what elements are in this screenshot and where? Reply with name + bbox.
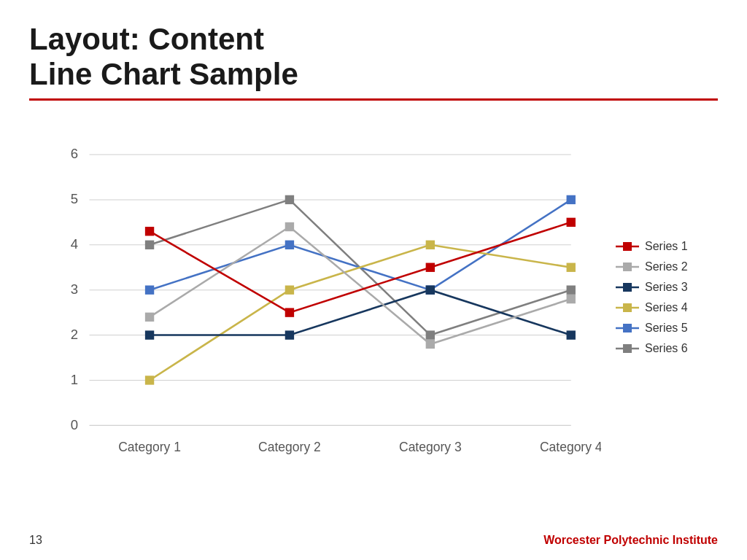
legend-label-series1: Series 1: [645, 240, 688, 253]
svg-text:5: 5: [71, 191, 78, 206]
svg-text:3: 3: [71, 281, 78, 296]
svg-rect-49: [623, 303, 632, 312]
slide-title: Layout: Content Line Chart Sample: [29, 22, 718, 93]
svg-rect-18: [145, 240, 154, 249]
chart-svg: 0 1 2 3 4 5 6 Category 1 Category 2 Cate…: [29, 115, 601, 480]
page-number: 13: [29, 534, 42, 547]
title-divider: [29, 98, 718, 101]
svg-rect-29: [567, 262, 576, 271]
legend-label-series2: Series 2: [645, 260, 688, 273]
title-line2: Line Chart Sample: [29, 57, 718, 92]
chart-legend: Series 1 Series 2 Series 3 Series 4 Seri…: [601, 115, 718, 480]
legend-series1: Series 1: [616, 240, 718, 253]
svg-rect-51: [623, 324, 632, 332]
svg-rect-47: [623, 283, 632, 292]
slide: Layout: Content Line Chart Sample 0: [0, 0, 747, 560]
svg-rect-25: [567, 195, 576, 203]
svg-text:Category 4: Category 4: [540, 440, 601, 454]
svg-rect-23: [285, 240, 294, 249]
legend-series4: Series 4: [616, 301, 718, 314]
legend-label-series5: Series 5: [645, 322, 688, 335]
svg-rect-35: [285, 222, 294, 230]
svg-rect-39: [285, 308, 294, 316]
svg-rect-40: [426, 262, 435, 271]
svg-text:Category 1: Category 1: [118, 440, 181, 454]
svg-rect-27: [285, 285, 294, 294]
svg-rect-41: [567, 217, 576, 226]
svg-text:Category 2: Category 2: [258, 440, 321, 454]
svg-rect-19: [285, 195, 294, 203]
svg-rect-37: [567, 294, 576, 303]
institute-name: Worcester Polytechnic Institute: [543, 534, 718, 547]
legend-series5: Series 5: [616, 322, 718, 335]
svg-rect-21: [567, 285, 576, 294]
footer: 13 Worcester Polytechnic Institute: [29, 534, 718, 547]
svg-rect-31: [285, 330, 294, 339]
svg-rect-30: [145, 330, 154, 339]
svg-text:Category 3: Category 3: [399, 440, 462, 454]
svg-rect-26: [145, 376, 154, 384]
svg-rect-28: [426, 240, 435, 249]
svg-text:2: 2: [71, 326, 78, 341]
svg-rect-22: [145, 285, 154, 294]
svg-rect-45: [623, 262, 632, 271]
svg-rect-36: [426, 339, 435, 348]
legend-label-series6: Series 6: [645, 342, 688, 355]
svg-rect-33: [567, 330, 576, 339]
svg-rect-38: [145, 227, 154, 236]
legend-label-series4: Series 4: [645, 301, 688, 314]
svg-rect-32: [426, 285, 435, 294]
svg-text:1: 1: [71, 371, 78, 386]
legend-series2: Series 2: [616, 260, 718, 273]
svg-text:0: 0: [71, 416, 78, 432]
chart-main: 0 1 2 3 4 5 6 Category 1 Category 2 Cate…: [29, 115, 601, 480]
legend-series3: Series 3: [616, 281, 718, 294]
svg-rect-43: [623, 242, 632, 251]
legend-label-series3: Series 3: [645, 281, 688, 294]
legend-series6: Series 6: [616, 342, 718, 355]
svg-rect-34: [145, 312, 154, 321]
chart-area: 0 1 2 3 4 5 6 Category 1 Category 2 Cate…: [29, 115, 718, 480]
svg-text:6: 6: [71, 146, 78, 161]
title-line1: Layout: Content: [29, 22, 718, 57]
svg-rect-20: [426, 330, 435, 339]
svg-rect-53: [623, 344, 632, 353]
svg-text:4: 4: [71, 236, 78, 252]
